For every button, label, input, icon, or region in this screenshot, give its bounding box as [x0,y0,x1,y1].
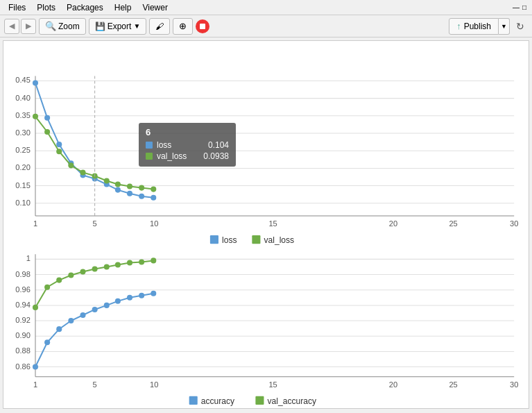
svg-text:1: 1 [33,380,37,389]
svg-text:0.92: 0.92 [15,316,31,324]
menu-viewer[interactable]: Viewer [137,1,173,14]
svg-text:accuracy: accuracy [201,396,235,406]
svg-text:0.30: 0.30 [15,128,31,137]
svg-point-35 [151,195,156,201]
svg-text:30: 30 [510,380,518,389]
stop-button[interactable] [196,19,209,33]
svg-text:0.88: 0.88 [15,346,31,355]
toolbar: ◀ ▶ 🔍 Zoom 💾 Export ▼ 🖌 ⊕ ↑ Publish ▼ ↻ [0,15,532,37]
menu-plots[interactable]: Plots [31,1,61,14]
svg-text:25: 25 [449,380,457,389]
svg-point-32 [115,187,121,193]
svg-point-27 [56,142,62,147]
select-icon: ⊕ [179,21,187,31]
brush-icon: 🖌 [155,22,164,31]
refresh-icon: ↻ [516,21,524,32]
svg-text:0.35: 0.35 [15,111,31,119]
svg-text:20: 20 [389,219,397,228]
svg-text:0.15: 0.15 [15,181,31,189]
publish-button-group: ↑ Publish ▼ [449,18,510,35]
svg-point-88 [33,305,38,310]
svg-text:5: 5 [93,219,97,228]
svg-text:1: 1 [26,254,31,262]
svg-point-77 [33,364,38,370]
svg-point-80 [68,318,74,323]
menu-packages[interactable]: Packages [61,1,109,14]
svg-point-91 [68,273,74,278]
svg-point-92 [80,269,85,274]
svg-point-98 [151,258,156,263]
export-label: Export [108,22,132,31]
svg-point-96 [127,260,132,265]
publish-dropdown-icon: ▼ [501,23,507,30]
brush-button[interactable]: 🖌 [149,18,170,35]
export-icon: 💾 [95,22,105,31]
svg-text:0.98: 0.98 [15,270,31,278]
svg-point-79 [56,326,62,332]
svg-point-84 [115,298,121,304]
svg-text:0.90: 0.90 [15,331,31,339]
forward-button[interactable]: ▶ [21,19,36,34]
svg-point-37 [44,129,50,135]
svg-point-85 [127,295,132,301]
publish-main-button[interactable]: ↑ Publish [449,18,499,35]
publish-icon: ↑ [456,21,461,31]
svg-text:0.20: 0.20 [15,163,31,171]
svg-point-38 [56,149,62,154]
svg-text:15: 15 [268,380,277,389]
export-button[interactable]: 💾 Export ▼ [89,18,147,35]
menu-files[interactable]: Files [3,1,31,14]
menu-help[interactable]: Help [109,1,137,14]
svg-text:0.25: 0.25 [15,146,31,154]
export-arrow-icon: ▼ [133,22,140,30]
back-button[interactable]: ◀ [4,19,19,34]
svg-text:15: 15 [268,219,277,228]
svg-point-44 [127,184,132,189]
svg-rect-48 [210,235,218,244]
svg-text:0.94: 0.94 [15,301,31,309]
maximize-icon[interactable]: □ [522,3,526,11]
svg-text:5: 5 [93,380,97,389]
svg-text:0.45: 0.45 [15,76,31,84]
zoom-button[interactable]: 🔍 Zoom [39,18,86,35]
svg-point-43 [115,182,121,187]
menu-bar: Files Plots Packages Help Viewer — □ [0,0,532,15]
svg-point-26 [44,115,50,121]
svg-point-78 [44,339,50,345]
svg-point-86 [139,293,144,298]
svg-point-93 [92,266,98,271]
stop-icon [200,24,205,29]
svg-rect-99 [189,396,198,405]
zoom-icon: 🔍 [45,21,56,31]
publish-dropdown-button[interactable]: ▼ [499,18,510,35]
svg-text:20: 20 [389,380,397,389]
svg-text:loss: loss [222,235,237,245]
svg-point-94 [104,264,110,269]
svg-point-42 [104,178,110,183]
svg-point-46 [151,187,156,192]
svg-rect-50 [252,235,260,244]
svg-text:0.96: 0.96 [15,285,31,294]
svg-point-90 [56,278,62,283]
svg-point-33 [127,191,132,196]
svg-rect-101 [255,396,264,405]
svg-point-89 [44,285,50,290]
refresh-button[interactable]: ↻ [513,19,528,34]
svg-point-40 [80,169,85,175]
svg-text:val_accuracy: val_accuracy [268,396,317,406]
svg-text:25: 25 [449,219,457,228]
svg-text:10: 10 [150,380,158,389]
nav-arrows: ◀ ▶ [4,19,36,34]
svg-point-45 [139,185,144,191]
svg-point-87 [151,291,156,296]
svg-text:val_loss: val_loss [264,235,294,245]
plot-area: 0.45 0.40 0.35 0.30 0.25 0.20 0.15 0.10 … [3,40,529,409]
svg-text:10: 10 [150,219,158,228]
svg-point-82 [92,307,98,312]
svg-text:0.10: 0.10 [15,199,31,207]
minimize-icon[interactable]: — [513,3,520,11]
zoom-label: Zoom [58,22,80,31]
svg-point-34 [139,194,144,199]
svg-point-25 [33,80,38,85]
select-button[interactable]: ⊕ [173,18,193,35]
